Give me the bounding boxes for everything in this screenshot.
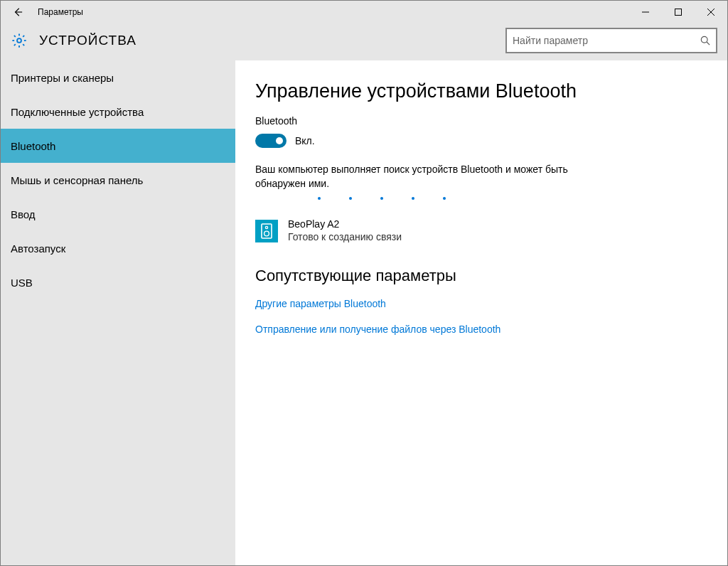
sidebar-item-mouse-touchpad[interactable]: Мышь и сенсорная панель (1, 163, 235, 197)
search-icon-wrap[interactable] (695, 36, 716, 46)
sidebar-item-label: Bluetooth (11, 140, 55, 152)
page-category-title: УСТРОЙСТВА (39, 33, 136, 48)
svg-point-14 (264, 231, 269, 236)
back-button[interactable] (1, 1, 35, 23)
sidebar: Принтеры и сканеры Подключенные устройст… (1, 60, 235, 565)
sidebar-item-label: Ввод (11, 208, 36, 220)
close-icon (707, 9, 714, 16)
maximize-button[interactable] (662, 1, 695, 23)
svg-line-11 (707, 42, 710, 45)
sidebar-item-label: Автозапуск (11, 242, 65, 255)
toggle-knob (276, 137, 283, 144)
close-button[interactable] (695, 1, 727, 23)
gear-icon (11, 33, 27, 48)
sidebar-item-autoplay[interactable]: Автозапуск (1, 231, 235, 265)
feature-label: Bluetooth (255, 115, 707, 127)
device-speaker-icon-wrap (255, 220, 278, 242)
svg-point-1 (17, 38, 21, 43)
window-title: Параметры (35, 7, 83, 17)
maximize-icon (675, 9, 682, 16)
svg-line-7 (23, 44, 24, 46)
settings-window: Параметры (0, 0, 728, 566)
speaker-icon (260, 223, 273, 239)
related-heading: Сопутствующие параметры (255, 267, 707, 285)
main-content: Управление устройствами Bluetooth Blueto… (235, 60, 727, 565)
header-row: УСТРОЙСТВА (1, 23, 727, 60)
device-item[interactable]: BeoPlay A2 Готово к созданию связи (255, 215, 707, 262)
search-input[interactable] (507, 35, 695, 46)
sidebar-item-printers[interactable]: Принтеры и сканеры (1, 60, 235, 95)
device-info: BeoPlay A2 Готово к созданию связи (288, 218, 402, 242)
link-send-receive-files[interactable]: Отправление или получение файлов через B… (255, 324, 707, 335)
body: Принтеры и сканеры Подключенные устройст… (1, 60, 727, 565)
sidebar-item-label: Принтеры и сканеры (11, 72, 114, 84)
sidebar-item-label: Подключенные устройства (11, 106, 144, 118)
device-status: Готово к созданию связи (288, 231, 402, 242)
sidebar-item-label: USB (11, 277, 33, 289)
toggle-row: Вкл. (255, 134, 707, 148)
minimize-button[interactable] (629, 1, 662, 23)
search-icon (700, 36, 710, 46)
title-bar: Параметры (1, 1, 727, 23)
sidebar-item-bluetooth[interactable]: Bluetooth (1, 129, 235, 163)
svg-point-10 (701, 36, 707, 43)
toggle-state-label: Вкл. (295, 135, 315, 146)
svg-line-6 (14, 36, 16, 37)
svg-rect-0 (675, 9, 682, 16)
page-heading: Управление устройствами Bluetooth (255, 80, 707, 102)
link-more-bluetooth-options[interactable]: Другие параметры Bluetooth (255, 298, 707, 309)
svg-line-9 (23, 36, 24, 37)
sidebar-item-label: Мышь и сенсорная панель (11, 174, 143, 186)
search-box[interactable] (505, 28, 717, 53)
searching-indicator (255, 196, 707, 215)
sidebar-item-usb[interactable]: USB (1, 265, 235, 299)
status-text: Ваш компьютер выполняет поиск устройств … (255, 162, 582, 191)
minimize-icon (642, 9, 649, 16)
svg-point-13 (265, 226, 267, 228)
arrow-left-icon (13, 7, 23, 17)
sidebar-item-typing[interactable]: Ввод (1, 197, 235, 231)
sidebar-item-connected-devices[interactable]: Подключенные устройства (1, 95, 235, 129)
device-name: BeoPlay A2 (288, 218, 402, 230)
settings-gear[interactable] (11, 32, 28, 49)
svg-line-8 (14, 44, 16, 46)
bluetooth-toggle[interactable] (255, 134, 287, 148)
